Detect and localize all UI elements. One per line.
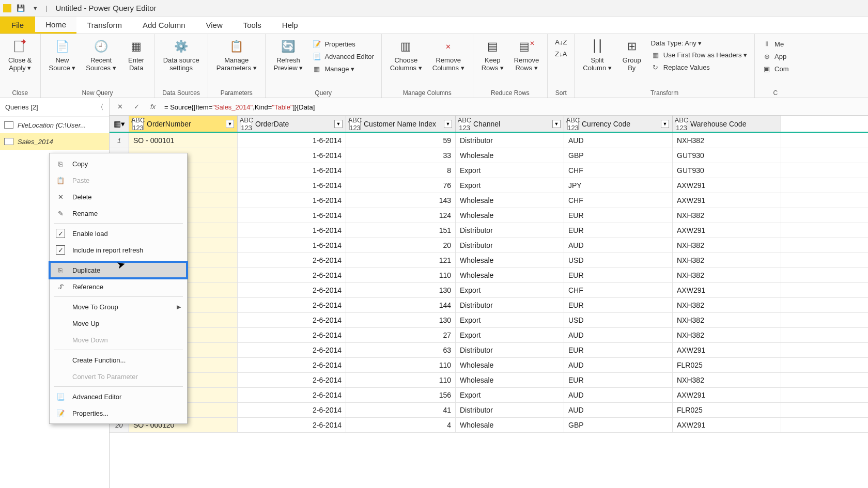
cell-orderdate[interactable]: 1-6-2014 — [238, 133, 346, 148]
cell-currency[interactable]: EUR — [564, 268, 673, 282]
cell-customer-index[interactable]: 130 — [346, 283, 456, 297]
home-tab[interactable]: Home — [35, 17, 76, 34]
filter-dropdown-icon[interactable]: ▼ — [226, 120, 234, 128]
first-row-headers-button[interactable]: ▦Use First Row as Headers ▾ — [649, 49, 749, 60]
cell-channel[interactable]: Wholesale — [456, 193, 564, 208]
cell-customer-index[interactable]: 151 — [346, 223, 456, 238]
query-item-filelocation[interactable]: FileLocation (C:\User... — [0, 117, 109, 133]
cell-orderdate[interactable]: 2-6-2014 — [238, 253, 346, 267]
cell-orderdate[interactable]: 1-6-2014 — [238, 208, 346, 223]
cell-currency[interactable]: EUR — [564, 223, 673, 238]
group-by-button[interactable]: ⊞Group By — [619, 37, 645, 73]
qat-dropdown-icon[interactable]: ▾ — [29, 2, 41, 14]
cm-rename[interactable]: ✎Rename — [50, 205, 187, 222]
help-tab[interactable]: Help — [272, 17, 308, 34]
cell-channel[interactable]: Wholesale — [456, 418, 564, 432]
cell-warehouse[interactable]: AXW291 — [673, 193, 781, 208]
table-row[interactable]: 162-6-2014110WholesaleAUDFLR025 — [110, 358, 868, 373]
column-header-orderdate[interactable]: ABC123OrderDate▼ — [238, 116, 346, 132]
cell-customer-index[interactable]: 59 — [346, 133, 456, 148]
keep-rows-button[interactable]: ▤Keep Rows ▾ — [478, 37, 507, 73]
cell-channel[interactable]: Distributor — [456, 223, 564, 238]
view-tab[interactable]: View — [196, 17, 233, 34]
column-header-currency-code[interactable]: ABC123Currency Code▼ — [564, 116, 673, 132]
cell-customer-index[interactable]: 76 — [346, 178, 456, 193]
cell-orderdate[interactable]: 2-6-2014 — [238, 403, 346, 417]
filter-dropdown-icon[interactable]: ▼ — [661, 120, 669, 128]
column-header-channel[interactable]: ABC123Channel▼ — [456, 116, 564, 132]
cell-currency[interactable]: AUD — [564, 403, 673, 417]
filter-dropdown-icon[interactable]: ▼ — [334, 120, 343, 128]
cell-channel[interactable]: Distributor — [456, 238, 564, 253]
filter-dropdown-icon[interactable]: ▼ — [552, 120, 561, 128]
table-row[interactable]: 19SO - 0001192-6-201441DistributorAUDFLR… — [110, 403, 868, 418]
transform-tab[interactable]: Transform — [76, 17, 132, 34]
cell-customer-index[interactable]: 144 — [346, 298, 456, 312]
cell-orderdate[interactable]: 2-6-2014 — [238, 268, 346, 282]
table-row[interactable]: 152-6-201463DistributorEURAXW291 — [110, 343, 868, 358]
cell-currency[interactable]: USD — [564, 313, 673, 327]
cell-warehouse[interactable]: NXH382 — [673, 328, 781, 342]
cell-customer-index[interactable]: 110 — [346, 268, 456, 282]
table-row[interactable]: 61-6-2014124WholesaleEURNXH382 — [110, 208, 868, 223]
table-row[interactable]: 21-6-201433WholesaleGBPGUT930 — [110, 148, 868, 163]
cell-warehouse[interactable]: GUT930 — [673, 163, 781, 178]
filter-dropdown-icon[interactable]: ▼ — [444, 120, 452, 128]
cm-move-up[interactable]: Move Up — [50, 315, 187, 332]
file-tab[interactable]: File — [0, 17, 35, 34]
add-column-tab[interactable]: Add Column — [132, 17, 196, 34]
save-icon[interactable]: 💾 — [14, 2, 27, 14]
cm-duplicate[interactable]: ⎘Duplicate — [50, 262, 187, 278]
cell-currency[interactable]: AUD — [564, 388, 673, 402]
cm-create-function[interactable]: Create Function... — [50, 352, 187, 368]
sort-asc-button[interactable]: A↓Z — [553, 37, 569, 47]
cell-orderdate[interactable]: 2-6-2014 — [238, 328, 346, 342]
cell-customer-index[interactable]: 124 — [346, 208, 456, 223]
cell-channel[interactable]: Export — [456, 283, 564, 297]
cell-warehouse[interactable]: NXH382 — [673, 133, 781, 148]
cell-currency[interactable]: AUD — [564, 358, 673, 372]
cell-channel[interactable]: Export — [456, 163, 564, 178]
query-item-sales-2014[interactable]: Sales_2014 — [0, 133, 109, 150]
table-row[interactable]: 1SO - 0001011-6-201459DistributorAUDNXH3… — [110, 133, 868, 148]
cell-channel[interactable]: Distributor — [456, 133, 564, 148]
cell-warehouse[interactable]: AXW291 — [673, 418, 781, 432]
table-row[interactable]: 20SO - 0001202-6-20144WholesaleGBPAXW291 — [110, 418, 868, 433]
remove-columns-button[interactable]: ✕Remove Columns ▾ — [429, 37, 468, 73]
cell-warehouse[interactable]: NXH382 — [673, 253, 781, 267]
cell-customer-index[interactable]: 63 — [346, 343, 456, 357]
cell-orderdate[interactable]: 2-6-2014 — [238, 283, 346, 297]
cell-warehouse[interactable]: AXW291 — [673, 283, 781, 297]
table-row[interactable]: 92-6-2014121WholesaleUSDNXH382 — [110, 253, 868, 268]
cell-orderdate[interactable]: 2-6-2014 — [238, 313, 346, 327]
cell-orderdate[interactable]: 1-6-2014 — [238, 223, 346, 238]
cell-warehouse[interactable]: FLR025 — [673, 403, 781, 417]
cell-warehouse[interactable]: FLR025 — [673, 358, 781, 372]
cell-currency[interactable]: EUR — [564, 298, 673, 312]
cell-channel[interactable]: Export — [456, 388, 564, 402]
cell-channel[interactable]: Wholesale — [456, 373, 564, 387]
cell-channel[interactable]: Distributor — [456, 343, 564, 357]
cell-customer-index[interactable]: 143 — [346, 193, 456, 208]
cell-currency[interactable]: CHF — [564, 163, 673, 178]
cm-copy[interactable]: ⎘Copy — [50, 155, 187, 172]
cell-orderdate[interactable]: 2-6-2014 — [238, 358, 346, 372]
table-row[interactable]: 31-6-20148ExportCHFGUT930 — [110, 163, 868, 178]
cell-channel[interactable]: Wholesale — [456, 208, 564, 223]
manage-parameters-button[interactable]: 📋Manage Parameters ▾ — [213, 37, 260, 73]
cell-currency[interactable]: AUD — [564, 238, 673, 253]
cell-channel[interactable]: Export — [456, 328, 564, 342]
split-column-button[interactable]: ⎮⎮Split Column ▾ — [580, 37, 614, 73]
table-row[interactable]: 102-6-2014110WholesaleEURNXH382 — [110, 268, 868, 283]
append-queries-button[interactable]: ⊕App — [760, 51, 788, 62]
table-row[interactable]: 172-6-2014110WholesaleEURNXH382 — [110, 373, 868, 388]
cell-currency[interactable]: GBP — [564, 148, 673, 163]
column-header-ordernumber[interactable]: ABC123OrderNumber▼ — [129, 116, 238, 132]
table-row[interactable]: 182-6-2014156ExportAUDAXW291 — [110, 388, 868, 403]
cell-currency[interactable]: CHF — [564, 283, 673, 297]
column-header-customer-name-index[interactable]: ABC123Customer Name Index▼ — [346, 116, 456, 132]
accept-formula-icon[interactable]: ✓ — [131, 102, 142, 112]
cm-move-to-group[interactable]: Move To Group▶ — [50, 298, 187, 315]
cell-orderdate[interactable]: 2-6-2014 — [238, 418, 346, 432]
cell-currency[interactable]: AUD — [564, 133, 673, 148]
